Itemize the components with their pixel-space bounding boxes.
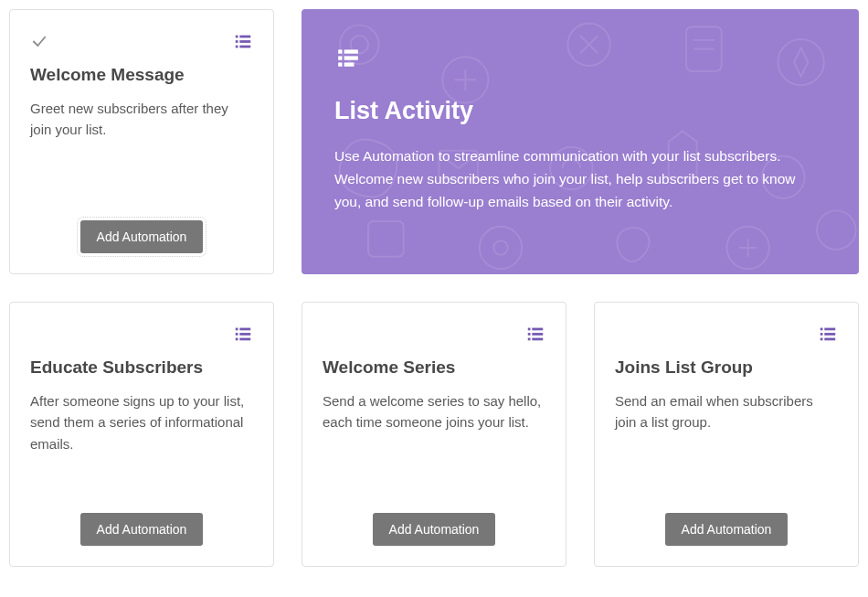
list-icon	[334, 46, 826, 69]
svg-rect-34	[236, 333, 238, 336]
svg-point-22	[480, 227, 522, 269]
svg-point-24	[726, 227, 768, 269]
card-welcome-series: Welcome Series Send a welcome series to …	[302, 302, 566, 567]
svg-rect-37	[239, 338, 250, 341]
list-icon	[233, 31, 253, 51]
svg-rect-44	[820, 328, 823, 331]
card-title: Welcome Message	[30, 65, 253, 85]
svg-rect-46	[820, 333, 823, 336]
card-icons-row	[323, 323, 545, 345]
svg-rect-21	[368, 221, 404, 257]
card-description: After someone signs up to your list, sen…	[30, 390, 253, 502]
svg-rect-29	[344, 56, 358, 59]
card-icons-row	[615, 323, 838, 345]
add-automation-button[interactable]: Add Automation	[665, 513, 789, 546]
card-footer: Add Automation	[615, 513, 838, 546]
list-icon	[818, 324, 838, 344]
card-welcome-message: Welcome Message Greet new subscribers af…	[9, 9, 274, 274]
svg-rect-47	[824, 333, 835, 336]
card-title: Educate Subscribers	[30, 357, 253, 378]
card-icons-row	[30, 323, 253, 345]
svg-rect-3	[239, 40, 250, 43]
svg-rect-40	[528, 333, 531, 336]
svg-rect-49	[824, 338, 835, 341]
feature-description: Use Automation to streamline communicati…	[334, 145, 826, 213]
card-educate-subscribers: Educate Subscribers After someone signs …	[9, 302, 274, 567]
svg-rect-4	[236, 46, 238, 48]
svg-rect-35	[239, 333, 250, 336]
list-icon	[525, 324, 545, 344]
svg-rect-26	[338, 49, 342, 53]
svg-rect-1	[239, 36, 250, 38]
card-icons-row	[30, 30, 253, 52]
card-title: Welcome Series	[323, 357, 545, 378]
card-title: Joins List Group	[615, 357, 838, 378]
svg-rect-39	[532, 328, 543, 331]
add-automation-button[interactable]: Add Automation	[80, 513, 204, 546]
svg-rect-45	[824, 328, 835, 331]
svg-rect-48	[820, 338, 823, 341]
svg-rect-5	[239, 46, 250, 48]
add-automation-button[interactable]: Add Automation	[80, 220, 204, 253]
svg-rect-28	[338, 56, 342, 59]
svg-rect-36	[236, 338, 238, 341]
automation-grid: Welcome Message Greet new subscribers af…	[9, 9, 859, 567]
card-description: Send a welcome series to say hello, each…	[323, 390, 545, 502]
svg-rect-27	[344, 49, 358, 53]
add-automation-button[interactable]: Add Automation	[373, 513, 496, 546]
svg-rect-42	[528, 338, 531, 341]
svg-rect-41	[532, 333, 543, 336]
svg-point-23	[493, 240, 507, 254]
feature-title: List Activity	[334, 97, 826, 125]
feature-banner-list-activity: List Activity Use Automation to streamli…	[302, 9, 859, 274]
svg-rect-38	[528, 328, 531, 331]
svg-rect-0	[236, 36, 238, 38]
svg-rect-31	[344, 62, 355, 66]
card-footer: Add Automation	[30, 220, 253, 253]
svg-rect-32	[236, 328, 238, 331]
svg-rect-2	[236, 40, 238, 43]
card-description: Send an email when subscribers join a li…	[615, 390, 838, 502]
card-description: Greet new subscribers after they join yo…	[30, 98, 253, 209]
check-icon	[30, 32, 48, 50]
card-joins-list-group: Joins List Group Send an email when subs…	[594, 302, 859, 567]
svg-rect-30	[338, 62, 342, 66]
card-footer: Add Automation	[323, 513, 545, 546]
svg-rect-43	[532, 338, 543, 341]
card-footer: Add Automation	[30, 513, 253, 546]
svg-rect-33	[239, 328, 250, 331]
list-icon	[233, 324, 253, 344]
svg-point-25	[817, 210, 856, 250]
